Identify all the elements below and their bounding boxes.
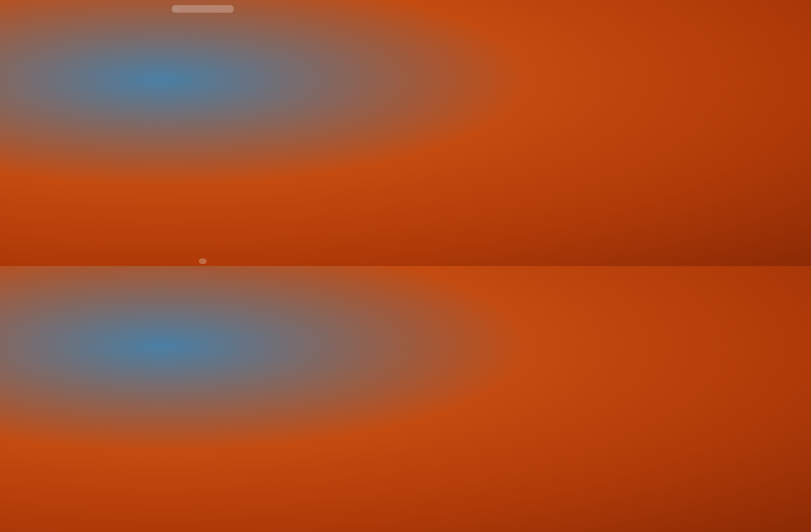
search-input[interactable] — [172, 5, 234, 13]
search-bar-container: 🔍 — [172, 5, 234, 13]
app-grid — [45, 17, 361, 253]
dock — [199, 259, 206, 264]
